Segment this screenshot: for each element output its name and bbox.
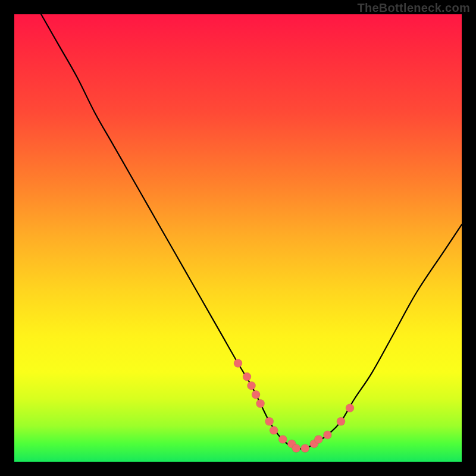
data-point <box>248 381 256 390</box>
data-point <box>314 435 322 443</box>
data-point <box>337 417 345 425</box>
data-points-group <box>234 359 354 453</box>
data-point <box>243 372 251 381</box>
plot-svg <box>14 14 462 462</box>
data-point <box>265 417 274 425</box>
data-point <box>301 444 309 452</box>
data-point <box>234 359 242 368</box>
data-point <box>252 390 260 399</box>
data-point <box>292 444 300 452</box>
data-point <box>270 426 278 434</box>
data-point <box>323 431 331 439</box>
data-point <box>346 404 354 412</box>
data-point <box>256 399 265 408</box>
attribution-text: TheBottleneck.com <box>357 1 470 15</box>
data-point <box>278 435 287 443</box>
